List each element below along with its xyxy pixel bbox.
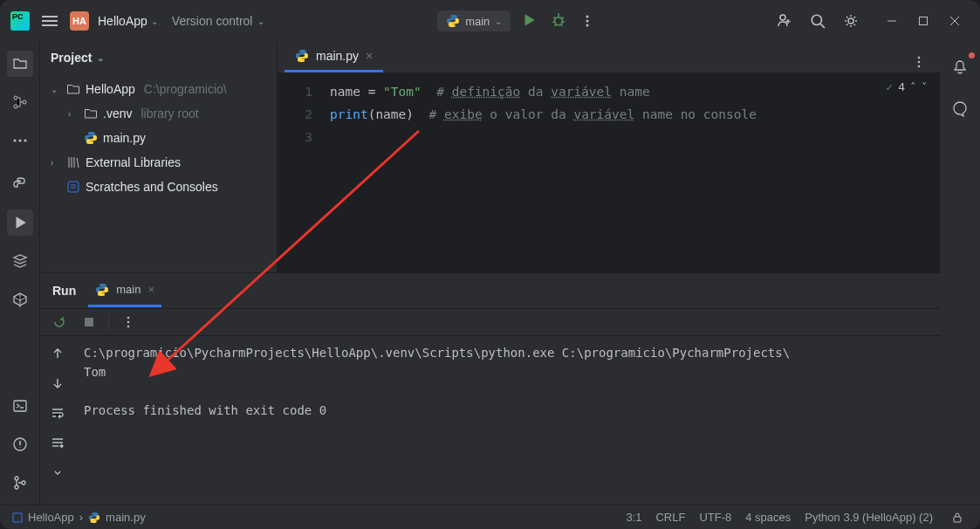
run-output[interactable]: C:\programicio\PycharmProjects\HelloApp\… <box>75 336 940 505</box>
prev-highlight-button[interactable]: ˄ <box>910 80 916 93</box>
more-tools-button[interactable] <box>7 127 33 154</box>
editor-tab-label: main.py <box>316 49 359 63</box>
tree-external[interactable]: › External Libraries <box>40 150 277 175</box>
expand-arrow-icon[interactable]: › <box>68 109 79 119</box>
svg-rect-27 <box>13 513 22 522</box>
svg-point-4 <box>780 15 785 20</box>
chevron-down-icon: ⌄ <box>257 17 264 26</box>
project-tool-button[interactable] <box>7 51 33 77</box>
terminal-tool-button[interactable] <box>7 393 33 419</box>
chevron-down-icon: ⌄ <box>495 17 502 26</box>
run-button[interactable] <box>517 9 540 34</box>
svg-point-13 <box>24 140 26 142</box>
check-icon: ✓ <box>886 80 893 93</box>
code-with-me-button[interactable] <box>774 10 795 31</box>
notifications-button[interactable] <box>947 54 973 80</box>
minimize-button[interactable] <box>877 9 907 33</box>
expand-button[interactable] <box>47 462 68 483</box>
output-result-line: Tom <box>84 365 106 379</box>
project-panel-header[interactable]: Project ⌄ <box>40 42 277 73</box>
rerun-button[interactable] <box>49 312 70 333</box>
code-area[interactable]: name = "Tom" # definição da variável nam… <box>321 73 940 272</box>
soft-wrap-button[interactable] <box>47 402 68 423</box>
tree-root-path: C:\programicio\ <box>144 82 227 96</box>
scroll-to-end-button[interactable] <box>47 432 68 453</box>
main-menu-button[interactable] <box>38 12 61 30</box>
library-icon <box>66 155 80 169</box>
down-stack-button[interactable] <box>47 373 68 394</box>
tree-venv[interactable]: › .venv library root <box>40 101 277 126</box>
up-stack-button[interactable] <box>47 343 68 364</box>
svg-point-16 <box>15 477 18 480</box>
svg-rect-7 <box>920 17 928 25</box>
breadcrumb[interactable]: HelloApp › main.py <box>12 511 146 524</box>
problems-tool-button[interactable] <box>7 431 33 457</box>
editor-tab-main[interactable]: main.py × <box>284 41 383 72</box>
run-tool-button[interactable] <box>7 210 33 236</box>
output-cmd-line: C:\programicio\PycharmProjects\HelloApp\… <box>84 346 790 360</box>
file-encoding[interactable]: UTF-8 <box>699 511 731 524</box>
structure-tool-button[interactable] <box>7 89 33 115</box>
expand-arrow-icon[interactable]: › <box>51 158 61 168</box>
expand-arrow-icon[interactable]: ⌄ <box>51 85 61 94</box>
svg-point-20 <box>918 57 921 59</box>
tree-root-label: HelloApp <box>86 82 135 96</box>
project-selector[interactable]: HelloApp ⌄ <box>98 14 158 28</box>
run-panel: Run main × <box>40 272 940 505</box>
run-tab[interactable]: main × <box>88 274 161 307</box>
titlebar-right-icons <box>774 10 861 31</box>
python-console-button[interactable] <box>7 286 33 313</box>
editor-more-button[interactable] <box>908 52 929 72</box>
code-line: name = "Tom" # definição da variável nam… <box>330 80 940 103</box>
ai-assistant-button[interactable] <box>947 96 973 122</box>
python-icon <box>95 283 109 297</box>
lock-status-button[interactable] <box>947 507 968 528</box>
settings-button[interactable] <box>840 10 861 31</box>
python-icon <box>295 49 309 63</box>
run-config-selector[interactable]: main ⌄ <box>437 10 511 31</box>
tree-scratches[interactable]: Scratches and Consoles <box>40 175 277 199</box>
editor-tabs: main.py × <box>278 42 940 73</box>
svg-rect-19 <box>68 182 79 192</box>
close-tab-button[interactable]: × <box>366 49 373 63</box>
close-tab-button[interactable]: × <box>147 283 154 296</box>
svg-point-25 <box>127 321 130 324</box>
tree-venv-label: .venv <box>103 106 132 120</box>
line-separator[interactable]: CRLF <box>655 511 685 524</box>
inspection-widget[interactable]: ✓ 4 ˄ ˅ <box>886 80 928 93</box>
svg-point-6 <box>848 18 853 24</box>
svg-point-26 <box>127 326 130 328</box>
vcs-menu[interactable]: Version control ⌄ <box>167 10 271 31</box>
project-badge: HA <box>70 11 89 31</box>
editor-body[interactable]: 1 2 3 name = "Tom" # definição da variáv… <box>278 73 940 272</box>
folder-icon <box>84 106 98 120</box>
run-toolbar <box>40 308 940 336</box>
cursor-position[interactable]: 3:1 <box>626 511 641 524</box>
crumb-root: HelloApp <box>28 511 74 524</box>
run-panel-title: Run <box>52 284 76 298</box>
more-actions-button[interactable] <box>577 10 598 31</box>
project-tree: ⌄ HelloApp C:\programicio\ › .venv libra… <box>40 73 277 203</box>
services-tool-button[interactable] <box>7 248 33 274</box>
scratch-icon <box>66 180 80 194</box>
maximize-button[interactable] <box>908 9 938 33</box>
interpreter[interactable]: Python 3.9 (HelloApp) (2) <box>805 511 933 524</box>
run-toolbar-more[interactable] <box>118 312 139 333</box>
editor-gutter: 1 2 3 <box>278 73 321 272</box>
module-icon <box>12 512 23 523</box>
tree-root[interactable]: ⌄ HelloApp C:\programicio\ <box>40 77 277 101</box>
folder-icon <box>66 82 80 96</box>
tree-main-file[interactable]: main.py <box>40 126 277 150</box>
close-window-button[interactable] <box>940 9 970 33</box>
next-highlight-button[interactable]: ˅ <box>922 80 928 93</box>
line-number: 2 <box>278 103 312 126</box>
python-packages-button[interactable] <box>7 171 33 197</box>
search-everywhere-button[interactable] <box>807 10 828 31</box>
indent-setting[interactable]: 4 spaces <box>745 511 791 524</box>
tree-venv-hint: library root <box>140 106 198 120</box>
stop-button[interactable] <box>79 312 99 333</box>
vcs-tool-button[interactable] <box>7 470 33 496</box>
run-side-toolbar <box>40 336 75 505</box>
debug-button[interactable] <box>547 9 570 34</box>
svg-rect-28 <box>954 517 961 522</box>
